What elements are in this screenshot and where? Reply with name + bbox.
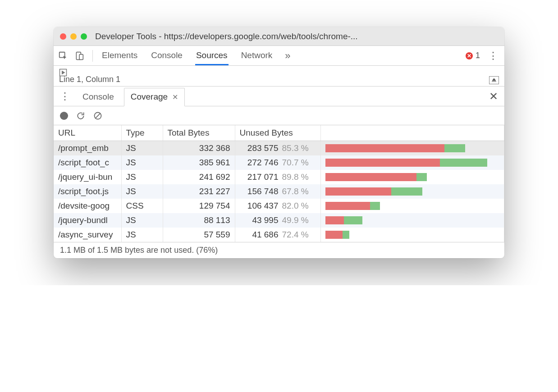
bar-used <box>343 231 349 239</box>
cell-type: JS <box>121 213 163 228</box>
cell-usage-bar <box>320 141 504 156</box>
error-indicator[interactable]: ✕ 1 <box>466 51 480 60</box>
cell-unused-bytes: 41 68672.4 % <box>235 228 320 242</box>
bar-unused <box>325 144 445 152</box>
tab-network[interactable]: Network <box>240 46 274 65</box>
devtools-menu-icon[interactable]: ⋮ <box>486 50 500 62</box>
error-badge-icon: ✕ <box>466 52 473 59</box>
devtools-main-toolbar: Elements Console Sources Network » ✕ 1 ⋮ <box>54 46 504 66</box>
coverage-controls <box>54 106 504 125</box>
cell-url: /jquery-bundl <box>54 213 121 228</box>
window-titlebar: Developer Tools - https://developers.goo… <box>54 27 504 46</box>
cell-total-bytes: 332 368 <box>163 141 235 156</box>
bar-unused <box>325 159 440 167</box>
cell-url: /async_survey <box>54 228 121 242</box>
table-row[interactable]: /jquery-bundlJS88 11343 99549.9 % <box>54 213 504 228</box>
table-row[interactable]: /script_foot.jsJS231 227156 74867.8 % <box>54 184 504 199</box>
table-row[interactable]: /async_surveyJS57 55941 68672.4 % <box>54 228 504 242</box>
drawer-close-icon[interactable]: ✕ <box>486 90 501 103</box>
window-title: Developer Tools - https://developers.goo… <box>95 32 498 41</box>
window-minimize-button[interactable] <box>70 33 77 40</box>
tab-sources[interactable]: Sources <box>195 46 229 65</box>
devtools-tabs: Elements Console Sources Network » <box>101 46 459 65</box>
drawer-tab-console[interactable]: Console <box>76 88 120 106</box>
cell-usage-bar <box>320 199 504 213</box>
cell-type: JS <box>121 228 163 242</box>
coverage-table: URL Type Total Bytes Unused Bytes /promp… <box>54 125 504 242</box>
cell-unused-bytes: 283 57585.3 % <box>235 141 320 156</box>
cell-unused-bytes: 43 99549.9 % <box>235 213 320 228</box>
window-close-button[interactable] <box>60 33 66 40</box>
drawer-tabstrip: ⋮ Console Coverage ✕ ✕ <box>54 87 504 106</box>
cell-unused-bytes: 156 74867.8 % <box>235 184 320 199</box>
bar-used <box>344 216 362 224</box>
bar-unused <box>325 202 370 210</box>
cell-usage-bar <box>320 228 504 242</box>
bar-used <box>370 202 380 210</box>
cursor-position: Line 1, Column 1 <box>59 75 120 84</box>
table-row[interactable]: /prompt_embJS332 368283 57585.3 % <box>54 141 504 156</box>
tab-elements[interactable]: Elements <box>101 46 138 65</box>
tabs-overflow-icon[interactable]: » <box>285 50 290 62</box>
table-header-row: URL Type Total Bytes Unused Bytes <box>54 125 504 141</box>
cell-type: JS <box>121 141 163 156</box>
table-row[interactable]: /devsite-googCSS129 754106 43782.0 % <box>54 199 504 213</box>
cell-total-bytes: 129 754 <box>163 199 235 213</box>
cell-usage-bar <box>320 213 504 228</box>
cell-unused-bytes: 272 74670.7 % <box>235 155 320 170</box>
cell-type: CSS <box>121 199 163 213</box>
reload-icon[interactable] <box>76 111 85 120</box>
bar-used <box>440 159 488 167</box>
svg-line-5 <box>95 113 101 119</box>
tab-console[interactable]: Console <box>150 46 183 65</box>
header-type[interactable]: Type <box>121 125 163 141</box>
bar-used <box>416 173 427 181</box>
error-count: 1 <box>476 51 480 60</box>
svg-rect-2 <box>79 54 83 59</box>
cell-total-bytes: 88 113 <box>163 213 235 228</box>
cell-usage-bar <box>320 170 504 184</box>
table-row[interactable]: /script_foot_cJS385 961272 74670.7 % <box>54 155 504 170</box>
bar-used <box>391 187 422 196</box>
sources-statusbar: Line 1, Column 1 <box>54 66 504 87</box>
cell-url: /script_foot.js <box>54 184 121 199</box>
cell-total-bytes: 385 961 <box>163 155 235 170</box>
cell-total-bytes: 57 559 <box>163 228 235 242</box>
clear-icon[interactable] <box>93 111 102 120</box>
drawer-tab-coverage[interactable]: Coverage ✕ <box>124 88 185 106</box>
bar-used <box>444 144 465 152</box>
cell-type: JS <box>121 155 163 170</box>
debugger-step-icon[interactable] <box>58 68 68 77</box>
cell-total-bytes: 231 227 <box>163 184 235 199</box>
drawer-tab-label: Console <box>82 92 114 102</box>
bar-unused <box>325 173 416 181</box>
devtools-window: Developer Tools - https://developers.goo… <box>54 27 504 258</box>
record-button[interactable] <box>60 112 68 120</box>
drawer-tab-label: Coverage <box>131 92 168 102</box>
header-url[interactable]: URL <box>54 125 121 141</box>
cell-url: /script_foot_c <box>54 155 121 170</box>
inspect-element-icon[interactable] <box>58 51 68 61</box>
cell-usage-bar <box>320 155 504 170</box>
drawer-collapse-icon[interactable] <box>489 76 499 84</box>
table-row[interactable]: /jquery_ui-bunJS241 692217 07189.8 % <box>54 170 504 184</box>
header-total-bytes[interactable]: Total Bytes <box>163 125 235 141</box>
cell-type: JS <box>121 170 163 184</box>
cell-url: /devsite-goog <box>54 199 121 213</box>
header-usage-bar <box>320 125 504 141</box>
header-unused-bytes[interactable]: Unused Bytes <box>235 125 320 141</box>
cell-unused-bytes: 106 43782.0 % <box>235 199 320 213</box>
cell-unused-bytes: 217 07189.8 % <box>235 170 320 184</box>
cell-total-bytes: 241 692 <box>163 170 235 184</box>
cell-url: /jquery_ui-bun <box>54 170 121 184</box>
coverage-summary: 1.1 MB of 1.5 MB bytes are not used. (76… <box>54 242 504 258</box>
bar-unused <box>325 216 344 224</box>
toolbar-separator <box>92 50 93 62</box>
close-tab-icon[interactable]: ✕ <box>172 93 178 101</box>
window-zoom-button[interactable] <box>81 33 87 40</box>
device-toggle-icon[interactable] <box>74 51 84 61</box>
cell-usage-bar <box>320 184 504 199</box>
bar-unused <box>325 231 343 239</box>
bar-unused <box>325 187 391 196</box>
drawer-menu-icon[interactable]: ⋮ <box>57 91 73 102</box>
